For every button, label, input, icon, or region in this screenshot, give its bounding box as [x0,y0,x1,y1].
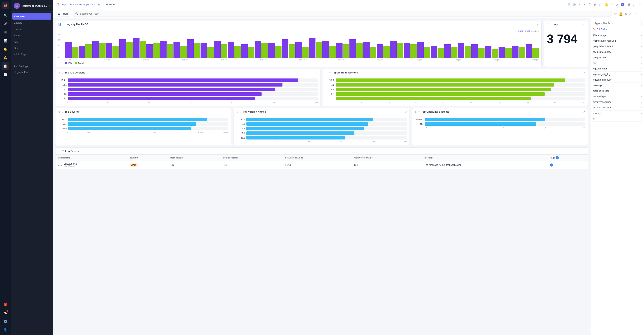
field-item[interactable]: meta.osTypeℹ› [593,94,642,100]
expand-android-icon[interactable]: ⤢ [583,71,585,74]
sidebar-item-ios[interactable]: iOS [11,38,53,45]
logo-btn[interactable]: 🐙 [2,2,9,9]
field-info-icon[interactable]: ℹ [640,51,640,53]
bar-android [126,42,132,58]
rocket-icon-btn[interactable]: 🚀 [2,20,9,28]
more-filter-icon[interactable]: ··· [638,12,641,16]
sidebar-item-android[interactable]: Android [11,32,53,38]
bell-icon-btn[interactable]: 🔔 [2,45,9,53]
refresh-icon[interactable]: ↻ [588,2,592,7]
user-icon-btn[interactable]: 👤 [2,326,9,334]
gift-icon-btn[interactable]: 🎁 [2,300,9,308]
alert-icon-btn[interactable]: 🏷️ [2,309,9,316]
expand-chart-icon[interactable]: ⤢ [537,23,539,26]
star-icon[interactable]: ☆ [599,2,602,7]
expand-logs-count-icon[interactable]: ⤢ [583,23,585,26]
sidebar-item-overview[interactable]: Overview [12,13,52,20]
hbar-container [336,92,585,96]
field-item[interactable]: meta.osReleaseℹ› [593,88,642,94]
settings-icon-btn[interactable]: ⚙️ [2,317,9,325]
cell-versionname: 12.1 [352,161,422,169]
field-name: logsene_orig_log [593,73,641,76]
expand-severity-icon[interactable]: ⤢ [226,110,228,113]
bar-android [356,43,363,58]
row-info-icon[interactable]: i [550,164,553,166]
log-events-card: ☰ ▽ Log Events @timestamp severity meta.… [55,147,588,169]
play-icon[interactable]: ▶ [594,2,596,7]
field-info-icon[interactable]: ℹ [640,45,640,48]
bookmark-filter-icon[interactable]: ☆ [614,12,617,16]
field-item[interactable]: logsene_error› [593,66,642,72]
breadcrumb-applogs-link[interactable]: RafalMobileApplicationLogs [70,3,101,6]
expand-icon[interactable]: ⤢ [632,2,635,7]
add-report-button[interactable]: + Add Report [11,51,53,57]
field-item[interactable]: meta.versionCodeℹ› [593,100,642,105]
metrics-icon-btn[interactable]: 📈 [2,70,9,78]
add-report-label: + Add Report [14,53,28,56]
time-selector[interactable]: 🕐 Last 1 hr [573,3,586,6]
filters-button[interactable]: ☰ Filters [56,11,70,16]
field-item[interactable]: ts› [593,116,642,122]
field-info-icon[interactable]: ℹ [640,90,640,92]
field-item[interactable]: host› [593,60,642,66]
field-item[interactable]: logsene_orig_log› [593,72,642,77]
warning-icon-btn[interactable]: ⚠️ [2,54,9,62]
field-item[interactable]: logsene_orig_type› [593,77,642,83]
webhook-icon[interactable]: ↗ [616,2,619,7]
field-info-icon[interactable]: ℹ [640,101,640,104]
sidebar-header[interactable]: 🐙 RafalMobileApplica... ▾ [11,0,53,12]
field-info-icon[interactable]: ℹ [640,95,640,98]
breadcrumb-sep-1: › [68,3,68,6]
chart-legend: iOS Android [58,62,539,64]
field-item[interactable]: geoip.location› [593,55,642,60]
hbar-container [246,132,407,135]
edit-fields-button[interactable]: ✏️ Edit Fields [593,28,642,31]
share-filter-icon[interactable]: ↗ [629,12,632,16]
grid-icon-btn[interactable]: ⊞ [2,28,9,36]
email-icon[interactable]: ✉ [610,2,614,7]
search-box[interactable]: 🔍 [73,11,612,16]
field-item[interactable]: message› [593,83,642,88]
field-chevron-icon: › [641,84,642,86]
apps-grid-icon[interactable]: ⊞ [568,2,570,7]
expand-ios-icon[interactable]: ⤢ [316,71,318,74]
hbar-container [246,122,407,126]
bar-ios [119,39,126,58]
icon-sidebar: 🐙 🔍 🚀 ⊞ 📊 🔔 ⚠️ 📋 📈 🎁 🏷️ ⚙️ 👤 [0,0,11,335]
expand-versions-icon[interactable]: ⤢ [405,110,407,113]
more-options-icon[interactable]: ··· [638,2,641,7]
field-item[interactable]: @timestamp› [593,32,642,38]
search-icon-btn[interactable]: 🔍 [2,12,9,19]
sidebar-item-geo[interactable]: Geo [11,45,53,51]
fields-filter-input[interactable] [593,21,642,26]
field-item[interactable]: meta.versionNameℹ› [593,105,642,110]
expand-filter-icon[interactable]: ⤢ [633,12,636,16]
logs-count-header: # ▽ Logs ⤢ [544,21,588,28]
y-axis: 100 80 60 40 20 [58,33,64,58]
alert-filter-icon[interactable]: 🔔 [619,12,623,16]
hbar-label: error [58,118,66,120]
field-item[interactable]: geoip.info.continentℹ› [593,44,642,49]
monitor-icon[interactable]: 🖥 [627,2,630,6]
table-row[interactable]: ☰ ▲ 15:20:35.663 20m 18s ago WARN [56,161,588,169]
breadcrumb-logs-link[interactable]: Logs [61,3,66,6]
notification-count-badge[interactable]: 0 [621,3,624,6]
chart-icon-btn[interactable]: 📊 [2,37,9,44]
left-sidebar: 🐙 RafalMobileApplica... ▾ Overview Explo… [11,0,53,335]
logs-icon-btn[interactable]: 📋 [2,62,9,70]
field-info-icon[interactable]: ℹ [640,106,640,109]
email-filter-icon[interactable]: ✉ [624,12,627,16]
sidebar-item-errors[interactable]: Errors [11,26,53,32]
sidebar-item-upgrade-plan[interactable]: Upgrade Plan [11,69,53,75]
search-input[interactable] [80,12,609,15]
notification-icon[interactable]: 🔔 [604,2,608,7]
field-item[interactable]: geoip.info.countryℹ› [593,49,642,55]
sidebar-item-explore[interactable]: Explore [11,20,53,26]
expand-os-icon[interactable]: ⤢ [583,110,585,113]
field-item[interactable]: severity› [593,110,642,116]
y-label-80: 80 [58,39,64,41]
field-item[interactable]: @timestamp_received› [593,38,642,44]
sidebar-item-app-settings[interactable]: App Settings [11,63,53,69]
row-expand-icon[interactable]: ☰ ▲ [58,164,62,166]
os-bars: AndroidiOS [415,118,585,126]
